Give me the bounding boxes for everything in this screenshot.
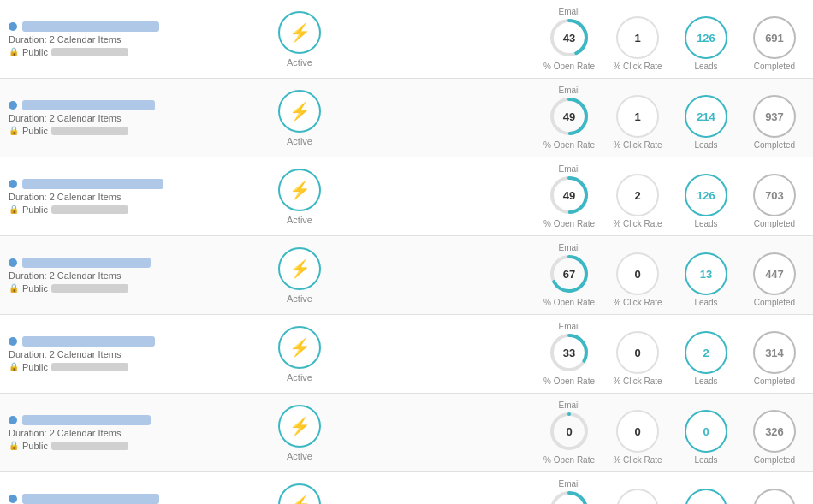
campaign-row[interactable]: Duration: 2 Calendar Items 🔒 Public ⚡ Ac… xyxy=(0,157,813,236)
click-rate-circle: 1 xyxy=(616,95,659,138)
campaign-row[interactable]: Duration: 2 Calendar Items 🔒 Public ⚡ Ac… xyxy=(0,0,813,79)
completed-label: Completed xyxy=(754,62,795,71)
click-rate-value: 2 xyxy=(634,189,640,202)
completed-value: 937 xyxy=(765,110,784,123)
campaign-duration: Duration: 2 Calendar Items xyxy=(9,349,240,359)
click-rate-label: % Click Rate xyxy=(613,298,662,307)
open-rate-stat: Email 67 % Open Rate xyxy=(539,243,599,307)
open-rate-donut: 49 xyxy=(548,95,590,138)
leads-value: 214 xyxy=(697,110,715,123)
public-label: Public xyxy=(22,283,48,294)
click-rate-stat: Email 1 % Click Rate xyxy=(608,7,668,71)
open-rate-donut: 0 xyxy=(548,410,590,453)
campaign-duration: Duration: 2 Calendar Items xyxy=(9,270,240,281)
open-rate-label: % Open Rate xyxy=(543,219,595,228)
active-label: Active xyxy=(287,372,312,382)
lock-icon: 🔒 xyxy=(9,126,19,135)
completed-circle: 691 xyxy=(753,16,796,59)
lightning-button[interactable]: ⚡ xyxy=(278,247,321,290)
public-blur xyxy=(51,48,128,56)
campaign-title[interactable] xyxy=(9,415,231,425)
public-label: Public xyxy=(22,205,48,215)
completed-label: Completed xyxy=(754,377,795,386)
lightning-button[interactable]: ⚡ xyxy=(278,405,321,448)
campaign-title[interactable] xyxy=(9,21,231,32)
campaign-row[interactable]: Duration: 2 Calendar Items 🔒 Public ⚡ Ac… xyxy=(0,79,813,157)
status-dot xyxy=(9,101,17,110)
open-rate-value: 43 xyxy=(563,32,575,44)
campaign-status: ⚡ Active xyxy=(248,11,351,68)
leads-stat: Email 2 Leads xyxy=(676,322,736,386)
lightning-button[interactable]: ⚡ xyxy=(278,483,321,505)
open-rate-value: 49 xyxy=(563,110,575,123)
campaign-title[interactable] xyxy=(9,100,231,110)
completed-stat: Email 447 Completed xyxy=(745,243,804,307)
leads-stat: Email 126 Leads xyxy=(676,7,736,71)
campaign-duration: Duration: 2 Calendar Items xyxy=(9,34,240,44)
leads-label: Leads xyxy=(694,62,717,71)
click-rate-value: 0 xyxy=(634,425,640,438)
lock-icon: 🔒 xyxy=(9,283,19,293)
status-dot xyxy=(9,416,17,424)
campaign-row[interactable]: Duration: 2 Calendar Items 🔒 Public ⚡ Ac… xyxy=(0,315,813,394)
lightning-button[interactable]: ⚡ xyxy=(278,326,321,369)
completed-circle: 326 xyxy=(753,489,796,504)
campaign-status: ⚡ Active xyxy=(248,169,351,225)
leads-label: Leads xyxy=(694,219,717,228)
lightning-button[interactable]: ⚡ xyxy=(278,169,321,211)
lightning-icon: ⚡ xyxy=(289,495,311,505)
email-label: Email xyxy=(558,86,579,95)
email-label: Email xyxy=(558,400,579,410)
leads-label: Leads xyxy=(694,455,717,465)
lightning-button[interactable]: ⚡ xyxy=(278,11,321,54)
click-rate-value: 1 xyxy=(634,110,640,123)
leads-value: 126 xyxy=(697,32,715,44)
email-label: Email xyxy=(558,7,579,16)
row-info: Duration: 2 Calendar Items 🔒 Public xyxy=(9,415,248,451)
row-info: Duration: 2 Calendar Items 🔒 Public xyxy=(9,21,248,57)
campaign-row[interactable]: Duration: 2 Calendar Items 🔒 Public ⚡ Ac… xyxy=(0,472,813,504)
lightning-button[interactable]: ⚡ xyxy=(278,90,321,133)
row-info: Duration: 2 Calendar Items 🔒 Public xyxy=(9,100,248,136)
campaign-title[interactable] xyxy=(9,494,231,504)
public-blur xyxy=(51,127,128,135)
completed-stat: Email 703 Completed xyxy=(745,164,804,228)
public-label: Public xyxy=(22,47,48,57)
completed-stat: Email 314 Completed xyxy=(745,322,804,386)
lock-icon: 🔒 xyxy=(9,441,19,450)
title-text xyxy=(22,494,159,504)
lock-icon: 🔒 xyxy=(9,205,19,214)
campaign-stats: Email 49 % Open Rate Email 1 % Click Rat… xyxy=(351,86,804,150)
campaign-title[interactable] xyxy=(9,179,231,189)
open-rate-label: % Open Rate xyxy=(543,140,595,150)
campaign-row[interactable]: Duration: 2 Calendar Items 🔒 Public ⚡ Ac… xyxy=(0,236,813,315)
leads-value: 0 xyxy=(703,425,709,438)
leads-label: Leads xyxy=(694,140,717,150)
click-rate-circle: 0 xyxy=(616,252,659,295)
click-rate-label: % Click Rate xyxy=(613,455,662,465)
title-text xyxy=(22,336,155,347)
click-rate-value: 1 xyxy=(634,32,640,44)
leads-label: Leads xyxy=(694,298,717,307)
campaign-row[interactable]: Duration: 2 Calendar Items 🔒 Public ⚡ Ac… xyxy=(0,394,813,472)
email-label: Email xyxy=(558,243,579,252)
lock-icon: 🔒 xyxy=(9,47,19,56)
campaign-title[interactable] xyxy=(9,258,231,268)
leads-circle: 4 xyxy=(685,489,727,504)
row-info: Duration: 2 Calendar Items 🔒 Public xyxy=(9,258,248,294)
active-label: Active xyxy=(287,136,312,146)
open-rate-label: % Open Rate xyxy=(543,455,595,465)
click-rate-circle: 2 xyxy=(616,174,659,216)
click-rate-stat: Email 0 % Click Rate xyxy=(608,243,668,307)
campaign-duration: Duration: 2 Calendar Items xyxy=(9,113,240,123)
campaign-title[interactable] xyxy=(9,336,231,347)
leads-stat: Email 0 Leads xyxy=(676,400,736,465)
leads-stat: Email 126 Leads xyxy=(676,164,736,228)
campaign-status: ⚡ Active xyxy=(248,247,351,304)
campaign-stats: Email 43 % Open Rate Email 1 % Click Rat… xyxy=(351,7,804,71)
campaign-stats: Email 67 % Open Rate Email 0 % Click Rat… xyxy=(351,243,804,307)
completed-stat: Email 326 Completed xyxy=(745,400,804,465)
campaign-stats: Email 71 % Open Rate Email 0 % Click Rat… xyxy=(351,479,804,504)
leads-stat: Email 4 Leads xyxy=(676,479,736,504)
completed-stat: Email 691 Completed xyxy=(745,7,804,71)
